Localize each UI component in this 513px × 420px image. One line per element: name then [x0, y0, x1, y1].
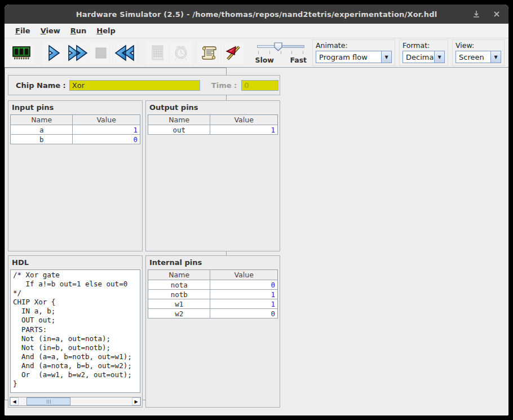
column-header-value: Value	[210, 270, 278, 280]
menu-help[interactable]: Help	[91, 25, 120, 37]
pin-row: out1	[148, 125, 278, 135]
scrollbar-track[interactable]	[19, 397, 132, 405]
pin-value-cell: 1	[210, 290, 278, 299]
view-value: Screen	[456, 53, 490, 61]
clock-button[interactable]	[170, 42, 192, 64]
pin-name-cell: b	[11, 135, 73, 144]
minimize-icon	[472, 10, 480, 18]
pin-name-cell: w2	[148, 309, 210, 319]
animate-value: Program flow	[316, 53, 381, 61]
breakpoint-flag-icon	[223, 43, 242, 63]
internal-pins-panel: Internal pins Name Value nota0notb1w11w2…	[145, 255, 280, 408]
internal-pins-title: Internal pins	[146, 256, 280, 268]
pin-row: a1	[11, 125, 140, 135]
format-value: Decimal	[403, 53, 434, 61]
pin-value-cell[interactable]: 0	[73, 135, 140, 144]
scrollbar-thumb[interactable]	[26, 397, 70, 405]
pin-row: w20	[148, 309, 278, 319]
hdl-panel: HDL /* Xor gate If a!=b out=1 else out=0…	[8, 255, 143, 408]
run-button[interactable]	[67, 42, 89, 64]
chevron-down-icon[interactable]: ▼	[434, 51, 444, 63]
chevron-down-icon[interactable]: ▼	[490, 51, 501, 63]
input-pins-title: Input pins	[8, 101, 142, 113]
slider-fast-label: Fast	[290, 56, 307, 64]
animate-group: Animate: Program flow ▼	[312, 39, 395, 66]
slider-slow-label: Slow	[255, 56, 273, 64]
pin-value-cell: 0	[210, 309, 278, 319]
scroll-right-arrow-icon[interactable]: ▶	[132, 397, 140, 405]
hdl-horizontal-scrollbar[interactable]: ◀ ▶	[10, 397, 141, 406]
column-header-value: Value	[210, 115, 278, 125]
pin-name-cell: out	[148, 125, 210, 135]
internal-pins-table: Name Value nota0notb1w11w20	[148, 269, 278, 319]
chip-icon	[11, 43, 32, 63]
pin-row: notb1	[148, 290, 278, 299]
close-icon	[493, 11, 500, 17]
stop-icon	[91, 43, 110, 63]
chip-name-panel: Chip Name : Time :	[8, 75, 280, 95]
time-field	[241, 80, 278, 91]
column-header-value: Value	[73, 115, 140, 125]
chip-name-label: Chip Name :	[16, 81, 66, 90]
hdl-code[interactable]: /* Xor gate If a!=b out=1 else out=0 */ …	[10, 269, 140, 393]
load-chip-button[interactable]	[10, 42, 33, 64]
menu-view[interactable]: View	[36, 25, 65, 37]
pin-value-cell: 1	[210, 125, 278, 135]
slider-ticks	[255, 51, 307, 55]
reset-button[interactable]	[113, 42, 136, 64]
input-pins-panel: Input pins Name Value a1b0	[8, 100, 143, 251]
animate-label: Animate:	[316, 41, 392, 50]
chevron-down-icon[interactable]: ▼	[381, 51, 391, 63]
column-header-name: Name	[148, 270, 210, 280]
close-button[interactable]	[490, 8, 503, 20]
hardware-simulator-window: Hardware Simulator (2.5) - /home/thomas/…	[5, 5, 508, 415]
menu-file[interactable]: File	[10, 25, 36, 37]
window-title: Hardware Simulator (2.5) - /home/thomas/…	[76, 10, 437, 19]
clock-icon	[171, 43, 191, 63]
output-pins-panel: Output pins Name Value out1	[145, 100, 280, 251]
pin-name-cell: notb	[148, 290, 210, 299]
chip-name-field[interactable]	[69, 80, 200, 91]
view-label: View:	[455, 41, 501, 50]
animate-dropdown[interactable]: Program flow ▼	[316, 51, 392, 63]
pin-row: w11	[148, 299, 278, 309]
pin-value-cell[interactable]: 1	[73, 125, 140, 135]
calculator-button[interactable]	[146, 42, 169, 64]
single-step-icon	[45, 43, 64, 63]
breakpoints-button[interactable]	[222, 42, 244, 64]
title-bar[interactable]: Hardware Simulator (2.5) - /home/thomas/…	[5, 5, 508, 24]
view-hdl-button[interactable]	[198, 42, 220, 64]
pin-name-cell: w1	[148, 299, 210, 309]
reset-icon	[114, 43, 135, 63]
toolbar: Slow Fast Animate: Program flow ▼ Format…	[5, 38, 508, 68]
content-area: Chip Name : Time : Input pins Name Value…	[5, 68, 508, 415]
pin-row: b0	[11, 135, 140, 144]
input-pins-table: Name Value a1b0	[10, 114, 140, 144]
pin-name-cell: a	[11, 125, 73, 135]
pin-value-cell: 1	[210, 299, 278, 309]
scroll-left-arrow-icon[interactable]: ◀	[10, 397, 19, 405]
speed-slider[interactable]: Slow Fast	[255, 42, 307, 64]
format-label: Format:	[403, 41, 445, 50]
slider-thumb[interactable]	[274, 42, 282, 51]
pin-value-cell: 0	[210, 280, 278, 290]
minimize-button[interactable]	[470, 8, 483, 20]
column-header-name: Name	[11, 115, 73, 125]
view-group: View: Screen ▼	[452, 39, 505, 66]
script-icon	[200, 43, 219, 63]
view-dropdown[interactable]: Screen ▼	[455, 51, 501, 63]
pin-row: nota0	[148, 280, 278, 290]
menu-bar: File View Run Help	[5, 24, 508, 38]
pin-name-cell: nota	[148, 280, 210, 290]
run-icon	[67, 43, 89, 63]
stop-button[interactable]	[90, 42, 112, 64]
hdl-title: HDL	[8, 256, 142, 268]
calculator-icon	[148, 43, 167, 63]
single-step-button[interactable]	[43, 42, 65, 64]
time-label: Time :	[211, 81, 237, 90]
column-header-name: Name	[148, 115, 210, 125]
format-dropdown[interactable]: Decimal ▼	[403, 51, 445, 63]
output-pins-table: Name Value out1	[148, 114, 278, 135]
output-pins-title: Output pins	[146, 101, 280, 113]
menu-run[interactable]: Run	[65, 25, 92, 37]
